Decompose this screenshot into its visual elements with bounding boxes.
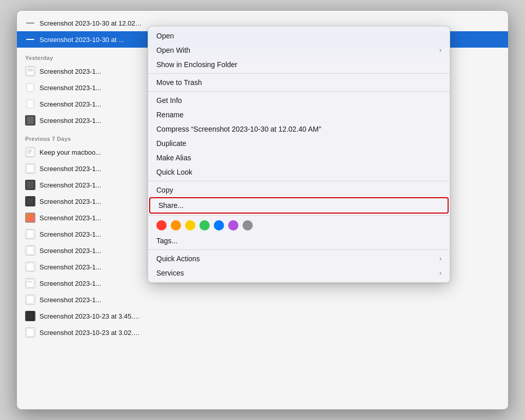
- menu-label: Share...: [158, 201, 184, 209]
- menu-label: Copy: [156, 186, 173, 194]
- tag-purple[interactable]: [228, 220, 238, 230]
- svg-rect-16: [27, 230, 34, 238]
- file-name: Screenshot 2023-10-30 at 12.02.53 AM: [39, 19, 142, 27]
- menu-label: Duplicate: [156, 139, 186, 148]
- menu-label: Open With: [156, 46, 190, 54]
- file-icon: [25, 278, 35, 288]
- menu-item-copy[interactable]: Copy: [148, 183, 450, 197]
- menu-item-move-trash[interactable]: Move to Trash: [148, 75, 450, 90]
- list-item[interactable]: Screenshot 2023-10-23 at 3.02.01 AM: [17, 324, 508, 341]
- file-icon: [25, 262, 35, 272]
- menu-label: Make Alias: [156, 154, 191, 162]
- menu-item-make-alias[interactable]: Make Alias: [148, 151, 450, 165]
- menu-item-quick-actions[interactable]: Quick Actions ›: [148, 251, 450, 266]
- file-icon: [25, 213, 35, 223]
- file-name: Screenshot 2023-1...: [39, 84, 102, 92]
- file-icon: [25, 245, 35, 256]
- svg-rect-2: [27, 67, 34, 75]
- menu-label: Tags...: [156, 237, 177, 245]
- svg-rect-12: [27, 164, 34, 173]
- file-name: Screenshot 2023-1...: [39, 214, 102, 222]
- menu-label: Compress “Screenshot 2023-10-30 at 12.02…: [156, 125, 321, 133]
- file-name: Screenshot 2023-1...: [39, 181, 102, 189]
- menu-item-compress[interactable]: Compress “Screenshot 2023-10-30 at 12.02…: [148, 122, 450, 136]
- menu-label: Show in Enclosing Folder: [156, 60, 237, 69]
- file-name: Screenshot 2023-1...: [39, 198, 102, 205]
- file-name: Screenshot 2023-1...: [39, 100, 102, 108]
- file-icon: [25, 180, 35, 190]
- menu-separator: [148, 181, 450, 181]
- file-name: Screenshot 2023-1...: [39, 230, 102, 238]
- file-icon: [25, 196, 35, 206]
- file-icon: [25, 66, 35, 76]
- list-item[interactable]: Screenshot 2023-10-23 at 3.45.14 AM: [17, 308, 508, 324]
- file-icon: [25, 311, 35, 321]
- file-icon: [25, 34, 35, 45]
- list-item[interactable]: Screenshot 2023-1...: [17, 291, 508, 308]
- menu-item-duplicate[interactable]: Duplicate: [148, 136, 450, 151]
- file-icon: [25, 327, 35, 338]
- menu-item-get-info[interactable]: Get Info: [148, 93, 450, 108]
- menu-label: Open: [156, 32, 174, 40]
- file-icon: [25, 115, 35, 125]
- menu-label: Services: [156, 269, 184, 277]
- menu-item-services[interactable]: Services ›: [148, 266, 450, 280]
- file-name: Screenshot 2023-10-30 at ...: [39, 36, 124, 44]
- file-icon: [25, 295, 35, 305]
- menu-label: Get Info: [156, 96, 182, 104]
- menu-separator: [148, 215, 450, 216]
- svg-rect-1: [26, 39, 34, 40]
- menu-label: Quick Look: [156, 168, 192, 176]
- menu-item-tags[interactable]: Tags...: [148, 234, 450, 248]
- menu-label: Move to Trash: [156, 78, 202, 87]
- file-icon: [25, 229, 35, 239]
- svg-rect-6: [27, 100, 34, 108]
- menu-item-share[interactable]: Share...: [149, 197, 449, 214]
- menu-item-open[interactable]: Open: [148, 29, 450, 43]
- menu-item-quick-look[interactable]: Quick Look: [148, 165, 450, 179]
- submenu-arrow-icon: ›: [439, 47, 441, 54]
- file-name: Screenshot 2023-10-23 at 3.45.14 AM: [39, 312, 142, 320]
- file-icon: [25, 99, 35, 109]
- tag-red[interactable]: [156, 220, 167, 230]
- menu-label: Rename: [156, 111, 184, 119]
- tags-color-row: [148, 217, 450, 234]
- finder-window: Screenshot 2023-10-30 at 12.02.53 AM Scr…: [16, 10, 509, 410]
- file-icon: [25, 82, 35, 93]
- menu-separator: [148, 91, 450, 92]
- svg-rect-18: [27, 263, 34, 271]
- submenu-arrow-icon: ›: [439, 269, 441, 277]
- menu-item-rename[interactable]: Rename: [148, 108, 450, 122]
- file-name: Screenshot 2023-1...: [39, 280, 102, 287]
- file-name: Keep your macboo...: [39, 149, 101, 156]
- menu-separator: [148, 249, 450, 250]
- svg-rect-21: [27, 296, 34, 304]
- menu-separator: [148, 73, 450, 74]
- tag-blue[interactable]: [214, 220, 224, 230]
- svg-rect-14: [27, 197, 34, 205]
- file-name: Screenshot 2023-1...: [39, 68, 102, 75]
- file-name: Screenshot 2023-10-23 at 3.02.01 AM: [39, 329, 142, 337]
- svg-rect-8: [27, 148, 34, 156]
- svg-rect-7: [27, 116, 34, 124]
- svg-rect-0: [26, 23, 34, 24]
- menu-item-open-with[interactable]: Open With ›: [148, 43, 450, 57]
- file-name: Screenshot 2023-1...: [39, 247, 102, 255]
- context-menu: Open Open With › Show in Enclosing Folde…: [148, 26, 450, 283]
- tag-yellow[interactable]: [185, 220, 195, 230]
- svg-rect-5: [27, 83, 34, 92]
- svg-rect-23: [27, 328, 34, 337]
- tag-gray[interactable]: [243, 220, 253, 230]
- svg-rect-15: [27, 214, 34, 222]
- file-icon: [25, 147, 35, 157]
- file-name: Screenshot 2023-1...: [39, 296, 102, 304]
- file-name: Screenshot 2023-1...: [39, 117, 102, 124]
- menu-item-show-enclosing[interactable]: Show in Enclosing Folder: [148, 57, 450, 72]
- file-name: Screenshot 2023-1...: [39, 263, 102, 271]
- tag-orange[interactable]: [171, 220, 181, 230]
- file-name: Screenshot 2023-1...: [39, 165, 102, 173]
- svg-rect-19: [27, 279, 34, 287]
- menu-label: Quick Actions: [156, 255, 200, 263]
- svg-rect-17: [27, 246, 34, 255]
- tag-green[interactable]: [199, 220, 210, 230]
